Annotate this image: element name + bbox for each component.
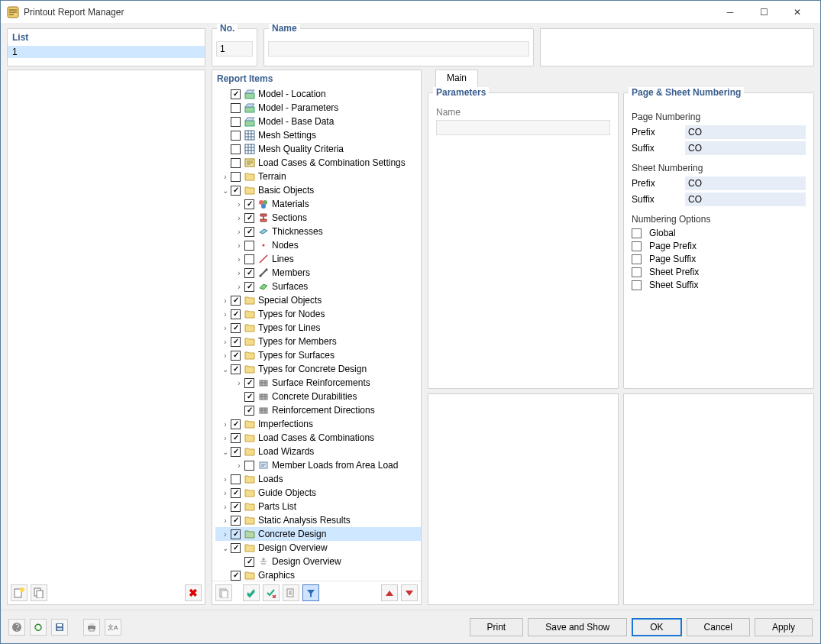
tree-row[interactable]: ›Types for Members xyxy=(215,335,421,348)
tree-checkbox[interactable] xyxy=(231,296,241,306)
expander-icon[interactable]: › xyxy=(234,228,244,236)
tree-row[interactable]: ⌄Design Overview xyxy=(215,541,421,555)
tree-checkbox[interactable] xyxy=(231,529,241,539)
tree-row[interactable]: ›Nodes xyxy=(215,238,421,252)
tree-row[interactable]: ›Types for Surfaces xyxy=(215,348,421,362)
numbering-option[interactable]: Page Suffix xyxy=(632,254,806,264)
tree-row[interactable]: ›Terrain xyxy=(215,170,421,183)
tree-checkbox[interactable] xyxy=(231,103,241,113)
new-report-button[interactable] xyxy=(11,584,27,601)
save-button[interactable] xyxy=(51,619,68,636)
numbering-option[interactable]: Sheet Suffix xyxy=(632,280,806,290)
expander-icon[interactable]: › xyxy=(234,214,244,222)
expander-icon[interactable]: › xyxy=(234,200,244,209)
print-settings-button[interactable] xyxy=(83,619,100,636)
option-checkbox[interactable] xyxy=(632,254,642,264)
tree-row[interactable]: ›Load Cases & Combinations xyxy=(215,431,421,445)
tree-checkbox[interactable] xyxy=(231,488,241,498)
expander-icon[interactable]: › xyxy=(220,351,231,360)
expander-icon[interactable]: › xyxy=(220,434,231,442)
tree-row[interactable]: ›Imperfections xyxy=(215,417,421,431)
expander-icon[interactable]: › xyxy=(220,420,231,429)
tree-row[interactable]: ⌄Basic Objects xyxy=(215,183,421,197)
tree-checkbox[interactable] xyxy=(231,309,241,319)
tree-row[interactable]: ›Guide Objects xyxy=(215,486,421,500)
page-suffix-input[interactable] xyxy=(685,141,806,155)
tree-checkbox[interactable] xyxy=(244,199,254,209)
tree-row[interactable]: Design Overview xyxy=(215,555,421,568)
option-checkbox[interactable] xyxy=(632,228,642,238)
tree-checkbox[interactable] xyxy=(231,364,241,374)
tree-checkbox[interactable] xyxy=(231,474,241,484)
expander-icon[interactable]: › xyxy=(234,255,244,264)
language-button[interactable]: 文A xyxy=(105,619,121,636)
tree-checkbox[interactable] xyxy=(231,351,241,361)
list-item[interactable]: 1 xyxy=(8,46,205,58)
tree-copy-button[interactable] xyxy=(215,584,232,601)
tree-checkbox[interactable] xyxy=(244,241,254,251)
numbering-option[interactable]: Global xyxy=(632,228,806,238)
name-input[interactable] xyxy=(268,41,529,57)
tree-checkbox[interactable] xyxy=(231,131,241,141)
tree-row[interactable]: ⌄Types for Concrete Design xyxy=(215,362,421,376)
expander-icon[interactable]: › xyxy=(234,461,244,470)
expander-icon[interactable]: › xyxy=(220,489,231,497)
expander-icon[interactable]: ⌄ xyxy=(220,186,231,195)
tree-row[interactable]: Concrete Durabilities xyxy=(215,390,421,403)
filter-button[interactable] xyxy=(302,584,319,601)
maximize-button[interactable]: ☐ xyxy=(747,2,781,23)
expander-icon[interactable]: › xyxy=(220,338,231,346)
copy-report-button[interactable] xyxy=(31,584,47,601)
tree-checkbox[interactable] xyxy=(244,268,254,278)
tree-row[interactable]: ›Members xyxy=(215,266,421,280)
tree-row[interactable]: ›Types for Lines xyxy=(215,321,421,335)
tree-row[interactable]: ›Sections xyxy=(215,211,421,225)
page-prefix-input[interactable] xyxy=(685,125,806,139)
tree-row[interactable]: ›Lines xyxy=(215,252,421,266)
tree-checkbox[interactable] xyxy=(231,323,241,333)
expander-icon[interactable]: › xyxy=(220,516,231,525)
tree-checkbox[interactable] xyxy=(244,213,254,223)
tree-checkbox[interactable] xyxy=(231,158,241,168)
tree-checkbox[interactable] xyxy=(244,254,254,264)
expander-icon[interactable]: › xyxy=(234,283,244,291)
expander-icon[interactable]: ⌄ xyxy=(220,544,231,552)
tree-checkbox[interactable] xyxy=(231,571,241,581)
expander-icon[interactable]: ⌄ xyxy=(220,448,231,456)
tree-row[interactable]: Load Cases & Combination Settings xyxy=(215,156,421,170)
numbering-option[interactable]: Page Prefix xyxy=(632,241,806,251)
expander-icon[interactable]: › xyxy=(234,269,244,277)
tree-row[interactable]: Mesh Settings xyxy=(215,128,421,142)
tree-body[interactable]: Model - LocationModel - ParametersModel … xyxy=(212,87,421,581)
option-checkbox[interactable] xyxy=(632,280,642,290)
tree-row[interactable]: ›Special Objects xyxy=(215,293,421,307)
tree-checkbox[interactable] xyxy=(231,543,241,553)
expander-icon[interactable]: › xyxy=(220,530,231,539)
tree-row[interactable]: ›Concrete Design xyxy=(215,527,421,541)
tree-row[interactable]: ›Static Analysis Results xyxy=(215,513,421,527)
tree-row[interactable]: ›Types for Nodes xyxy=(215,307,421,321)
numbering-option[interactable]: Sheet Prefix xyxy=(632,267,806,277)
tree-row[interactable]: Model - Parameters xyxy=(215,101,421,115)
tree-row[interactable]: ›Parts List xyxy=(215,500,421,513)
expander-icon[interactable]: › xyxy=(220,173,231,181)
tree-checkbox[interactable] xyxy=(244,557,254,567)
tree-checkbox[interactable] xyxy=(231,337,241,347)
refresh-button[interactable] xyxy=(30,619,47,636)
expander-icon[interactable]: ⌄ xyxy=(220,365,231,374)
tree-checkbox[interactable] xyxy=(231,89,241,99)
tree-row[interactable]: ›Loads xyxy=(215,472,421,486)
tree-checkbox[interactable] xyxy=(231,502,241,512)
tree-row[interactable]: ›Member Loads from Area Load xyxy=(215,458,421,472)
tree-checkbox[interactable] xyxy=(231,144,241,154)
tree-checkbox[interactable] xyxy=(231,516,241,526)
sheet-prefix-input[interactable] xyxy=(685,176,806,190)
tree-checkbox[interactable] xyxy=(231,419,241,429)
apply-button[interactable]: Apply xyxy=(755,618,813,636)
close-button[interactable]: ✕ xyxy=(781,2,814,23)
tree-row[interactable]: ›Surfaces xyxy=(215,280,421,293)
no-input[interactable] xyxy=(216,41,253,57)
tree-row[interactable]: ›Materials xyxy=(215,197,421,211)
tree-row[interactable]: ›Thicknesses xyxy=(215,225,421,238)
ok-button[interactable]: OK xyxy=(632,618,681,636)
